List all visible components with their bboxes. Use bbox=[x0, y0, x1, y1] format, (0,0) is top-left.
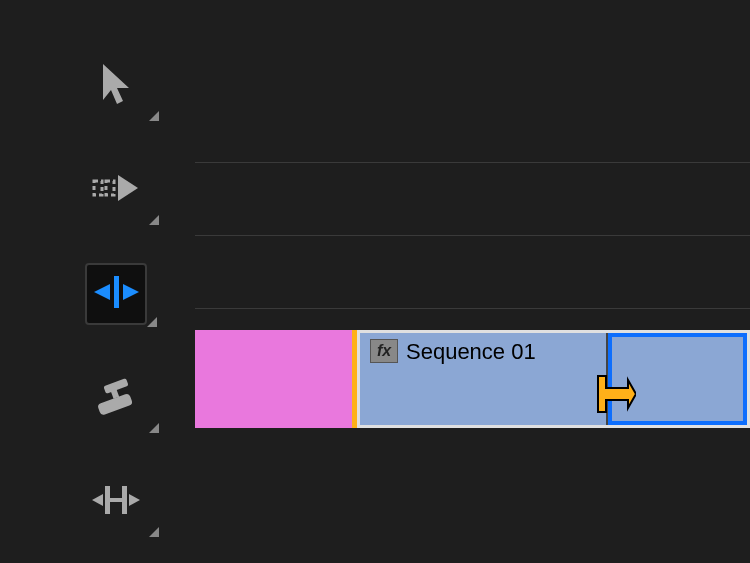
timeline-tracks bbox=[195, 90, 750, 309]
track-select-forward-tool[interactable] bbox=[85, 159, 147, 221]
razor-icon bbox=[94, 376, 138, 420]
slip-tool[interactable] bbox=[85, 471, 147, 533]
clip-segment-right-selected[interactable] bbox=[608, 333, 747, 425]
razor-tool[interactable] bbox=[85, 367, 147, 429]
submenu-indicator-icon bbox=[147, 317, 157, 327]
selection-tool-icon bbox=[99, 62, 133, 110]
timeline-clips-row[interactable]: fx Sequence 01 bbox=[195, 330, 750, 428]
svg-rect-6 bbox=[105, 486, 110, 514]
ripple-edit-icon bbox=[88, 272, 144, 316]
submenu-indicator-icon bbox=[149, 527, 159, 537]
submenu-indicator-icon bbox=[149, 423, 159, 433]
clip-sequence[interactable]: fx Sequence 01 bbox=[357, 330, 750, 428]
svg-rect-2 bbox=[114, 276, 119, 308]
track-line[interactable] bbox=[195, 90, 750, 163]
svg-rect-1 bbox=[106, 181, 114, 195]
ripple-edit-cursor-icon bbox=[592, 372, 636, 420]
toolbar bbox=[85, 55, 147, 533]
svg-rect-8 bbox=[110, 498, 122, 502]
slip-icon bbox=[90, 484, 142, 520]
track-select-forward-icon bbox=[92, 171, 140, 209]
ripple-edit-tool[interactable] bbox=[85, 263, 147, 325]
clip-label: Sequence 01 bbox=[406, 339, 536, 365]
svg-rect-0 bbox=[94, 181, 102, 195]
submenu-indicator-icon bbox=[149, 111, 159, 121]
submenu-indicator-icon bbox=[149, 215, 159, 225]
fx-badge: fx bbox=[370, 339, 398, 363]
svg-rect-7 bbox=[122, 486, 127, 514]
clip-segment-left[interactable]: fx Sequence 01 bbox=[360, 333, 608, 425]
track-line[interactable] bbox=[195, 163, 750, 236]
clip-pink[interactable] bbox=[195, 330, 357, 428]
selection-tool[interactable] bbox=[85, 55, 147, 117]
track-line[interactable] bbox=[195, 236, 750, 309]
